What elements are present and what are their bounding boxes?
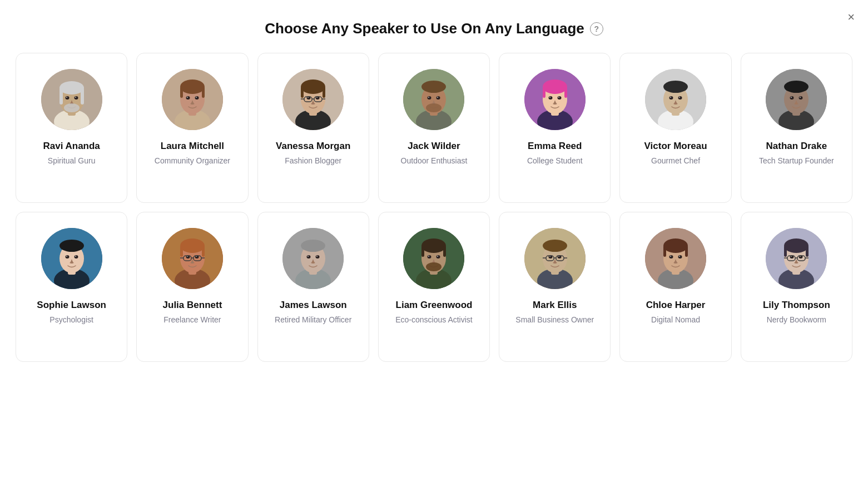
speaker-card-liam[interactable]: Liam GreenwoodEco-conscious Activist bbox=[378, 212, 490, 362]
svg-rect-143 bbox=[663, 246, 666, 257]
svg-point-43 bbox=[421, 81, 446, 93]
speaker-role-liam: Eco-conscious Activist bbox=[395, 315, 473, 325]
speaker-role-julia: Freelance Writer bbox=[163, 315, 221, 325]
svg-rect-17 bbox=[180, 87, 183, 98]
close-button[interactable]: × bbox=[847, 11, 855, 23]
svg-point-142 bbox=[663, 238, 688, 253]
svg-rect-29 bbox=[323, 87, 325, 98]
svg-point-77 bbox=[800, 97, 801, 98]
avatar-chloe bbox=[645, 228, 706, 289]
svg-point-145 bbox=[669, 255, 673, 259]
svg-point-146 bbox=[678, 255, 682, 259]
svg-point-47 bbox=[437, 97, 438, 98]
speaker-name-liam: Liam Greenwood bbox=[396, 299, 473, 311]
page-header: Choose Any Speaker to Use On Any Languag… bbox=[0, 0, 868, 53]
svg-point-57 bbox=[557, 96, 561, 100]
svg-point-116 bbox=[421, 238, 446, 253]
avatar-julia bbox=[162, 228, 223, 289]
speaker-card-vanessa[interactable]: Vanessa MorganFashion Blogger bbox=[257, 53, 369, 203]
avatar-victor bbox=[645, 69, 706, 130]
svg-point-20 bbox=[195, 96, 199, 100]
speaker-card-chloe[interactable]: Chloe HarperDigital Nomad bbox=[619, 212, 731, 362]
svg-point-59 bbox=[558, 97, 559, 98]
svg-rect-18 bbox=[202, 87, 205, 98]
speaker-name-victor: Victor Moreau bbox=[644, 140, 707, 152]
speaker-name-vanessa: Vanessa Morgan bbox=[276, 140, 350, 152]
avatar-laura bbox=[162, 69, 223, 130]
svg-point-64 bbox=[663, 81, 688, 93]
speaker-role-nathan: Tech Startup Founder bbox=[759, 156, 834, 166]
svg-point-8 bbox=[74, 96, 78, 100]
svg-point-107 bbox=[301, 240, 325, 252]
svg-rect-92 bbox=[180, 246, 183, 257]
speaker-name-julia: Julia Bennett bbox=[163, 299, 222, 311]
svg-point-83 bbox=[65, 255, 69, 259]
svg-point-27 bbox=[301, 79, 325, 94]
speaker-card-laura[interactable]: Laura MitchellCommunity Organizer bbox=[136, 53, 248, 203]
svg-point-119 bbox=[428, 255, 431, 259]
speaker-card-lily[interactable]: Lily ThompsonNerdy Bookworm bbox=[741, 212, 852, 362]
svg-rect-55 bbox=[564, 87, 567, 98]
speaker-name-nathan: Nathan Drake bbox=[766, 140, 827, 152]
speaker-card-sophie[interactable]: Sophie LawsonPsychologist bbox=[16, 212, 127, 362]
speaker-role-mark: Small Business Owner bbox=[515, 315, 594, 325]
svg-point-109 bbox=[316, 255, 320, 259]
avatar-lily bbox=[766, 228, 827, 289]
svg-point-76 bbox=[791, 97, 792, 98]
speaker-name-james: James Lawson bbox=[280, 299, 347, 311]
svg-point-74 bbox=[790, 96, 794, 100]
svg-rect-93 bbox=[202, 246, 205, 257]
help-icon[interactable]: ? bbox=[590, 22, 603, 36]
speaker-name-laura: Laura Mitchell bbox=[161, 140, 224, 152]
svg-rect-117 bbox=[421, 246, 424, 257]
svg-point-53 bbox=[543, 79, 567, 94]
speaker-card-julia[interactable]: Julia BennettFreelance Writer bbox=[136, 212, 248, 362]
speaker-name-mark: Mark Ellis bbox=[533, 299, 577, 311]
speaker-card-ravi[interactable]: Ravi AnandaSpiritual Guru bbox=[16, 53, 127, 203]
svg-rect-144 bbox=[685, 246, 688, 257]
svg-rect-5 bbox=[59, 88, 63, 105]
svg-rect-28 bbox=[301, 87, 304, 98]
svg-point-82 bbox=[59, 240, 84, 252]
svg-rect-118 bbox=[443, 246, 446, 257]
svg-point-111 bbox=[316, 256, 318, 257]
speaker-card-emma[interactable]: Emma ReedCollege Student bbox=[499, 53, 611, 203]
svg-point-45 bbox=[437, 96, 440, 100]
speaker-name-lily: Lily Thompson bbox=[763, 299, 830, 311]
svg-rect-155 bbox=[806, 246, 809, 257]
speaker-card-victor[interactable]: Victor MoreauGourmet Chef bbox=[619, 53, 731, 203]
speaker-role-victor: Gourmet Chef bbox=[651, 156, 700, 166]
speaker-role-james: Retired Military Officer bbox=[275, 315, 351, 325]
avatar-mark bbox=[524, 228, 586, 289]
speaker-role-jack: Outdoor Enthusiast bbox=[401, 156, 468, 166]
page-title: Choose Any Speaker to Use On Any Languag… bbox=[265, 20, 584, 37]
speaker-card-jack[interactable]: Jack WilderOutdoor Enthusiast bbox=[378, 53, 490, 203]
svg-point-66 bbox=[678, 96, 682, 100]
speaker-name-ravi: Ravi Ananda bbox=[43, 140, 100, 152]
speaker-card-nathan[interactable]: Nathan DrakeTech Startup Founder bbox=[741, 53, 852, 203]
speaker-card-james[interactable]: James LawsonRetired Military Officer bbox=[257, 212, 369, 362]
svg-point-58 bbox=[549, 97, 550, 98]
svg-rect-154 bbox=[784, 246, 787, 257]
svg-rect-54 bbox=[543, 87, 545, 98]
speaker-role-chloe: Digital Nomad bbox=[651, 315, 700, 325]
avatar-sophie bbox=[41, 228, 102, 289]
svg-point-84 bbox=[74, 255, 78, 259]
svg-point-9 bbox=[66, 97, 67, 98]
svg-point-75 bbox=[799, 96, 803, 100]
svg-point-153 bbox=[784, 238, 809, 253]
svg-point-86 bbox=[75, 256, 76, 257]
speaker-role-emma: College Student bbox=[527, 156, 583, 166]
svg-point-68 bbox=[679, 97, 680, 98]
svg-point-10 bbox=[75, 97, 76, 98]
svg-point-85 bbox=[66, 256, 67, 257]
speaker-role-laura: Community Organizer bbox=[155, 156, 230, 166]
svg-point-121 bbox=[428, 256, 429, 257]
svg-point-11 bbox=[64, 103, 80, 112]
avatar-nathan bbox=[766, 69, 827, 130]
svg-point-56 bbox=[548, 96, 552, 100]
avatar-vanessa bbox=[282, 69, 344, 130]
speaker-card-mark[interactable]: Mark EllisSmall Business Owner bbox=[499, 212, 611, 362]
svg-point-108 bbox=[307, 255, 311, 259]
svg-point-16 bbox=[180, 79, 205, 94]
